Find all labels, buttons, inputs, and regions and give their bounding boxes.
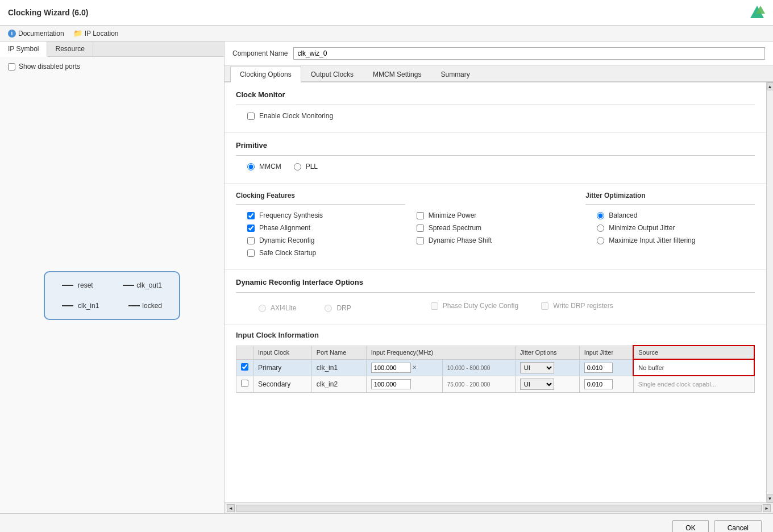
component-name-input[interactable]: clk_wiz_0 bbox=[293, 47, 765, 60]
write-drp-checkbox[interactable] bbox=[541, 302, 548, 310]
jitter-maximize-radio[interactable] bbox=[597, 237, 604, 244]
dynamic-reconfig-checkbox[interactable] bbox=[247, 237, 255, 244]
row1-clear-button[interactable]: ✕ bbox=[412, 364, 417, 371]
show-disabled-ports-row: Show disabled ports bbox=[8, 63, 216, 70]
ip-symbol-area: reset clk_in1 clk_out1 locke bbox=[0, 220, 224, 372]
minimize-power-checkbox[interactable] bbox=[417, 212, 424, 219]
row1-source-text: No buffer bbox=[638, 364, 664, 371]
port-label-clkin1: clk_in1 bbox=[78, 302, 99, 310]
phase-duty-cycle-checkbox[interactable] bbox=[431, 302, 438, 310]
scroll-up-button[interactable]: ▲ bbox=[767, 82, 774, 90]
row2-checkbox[interactable] bbox=[241, 380, 248, 387]
scroll-left-button[interactable]: ◄ bbox=[227, 504, 235, 512]
primitive-options-row: MMCM PLL bbox=[236, 163, 755, 171]
tab-output-clocks[interactable]: Output Clocks bbox=[301, 66, 363, 82]
dynamic-reconfig-interface-row: AXI4Lite DRP Phase Duty Cycle Config bbox=[236, 300, 755, 317]
enable-clock-monitoring-checkbox[interactable] bbox=[247, 113, 255, 120]
dynamic-phase-shift-checkbox[interactable] bbox=[417, 237, 424, 244]
jitter-maximize-row: Maximize Input Jitter filtering bbox=[585, 236, 755, 244]
phase-alignment-checkbox[interactable] bbox=[247, 225, 255, 232]
content-main[interactable]: Clock Monitor Enable Clock Monitoring Pr… bbox=[225, 82, 766, 502]
clock-monitor-section: Clock Monitor Enable Clock Monitoring bbox=[225, 82, 766, 133]
frequency-synthesis-row: Frequency Synthesis bbox=[236, 211, 405, 219]
row1-source-cell: No buffer bbox=[633, 359, 754, 376]
show-disabled-ports-checkbox[interactable] bbox=[8, 63, 15, 70]
primitive-pll-radio[interactable] bbox=[294, 163, 301, 171]
tab-mmcm-settings[interactable]: MMCM Settings bbox=[363, 66, 431, 82]
tab-resource[interactable]: Resource bbox=[47, 41, 93, 56]
row2-checkbox-cell bbox=[236, 376, 253, 392]
spread-spectrum-checkbox[interactable] bbox=[417, 225, 424, 232]
scroll-right-button[interactable]: ► bbox=[763, 504, 771, 512]
more-features-title: . bbox=[405, 192, 575, 200]
table-body: Primary clk_in1 ✕ 10.000 - 800.000 bbox=[236, 359, 755, 392]
horizontal-scrollbar[interactable] bbox=[236, 505, 762, 512]
dynamic-phase-shift-row: Dynamic Phase Shift bbox=[405, 236, 575, 244]
th-jitter-options: Jitter Options bbox=[515, 346, 579, 359]
port-line-clkin1 bbox=[62, 305, 73, 306]
dynamic-reconfig-interface-title: Dynamic Reconfig Interface Options bbox=[236, 278, 755, 286]
scroll-down-button[interactable]: ▼ bbox=[767, 494, 774, 502]
primitive-mmcm-radio[interactable] bbox=[247, 163, 255, 171]
dynamic-phase-shift-label: Dynamic Phase Shift bbox=[429, 236, 492, 244]
documentation-link[interactable]: i Documentation bbox=[8, 30, 64, 38]
jitter-balanced-radio[interactable] bbox=[597, 212, 604, 219]
cancel-button[interactable]: Cancel bbox=[714, 520, 762, 533]
row2-jitter-select[interactable]: UI PS bbox=[520, 379, 554, 390]
row1-checkbox[interactable] bbox=[241, 363, 248, 371]
component-name-label: Component Name bbox=[232, 49, 288, 57]
jitter-minimize-radio[interactable] bbox=[597, 225, 604, 232]
vertical-scrollbar[interactable]: ▲ ▼ bbox=[766, 82, 773, 502]
left-panel-content: Show disabled ports bbox=[0, 57, 224, 220]
app-title: Clocking Wizard (6.0) bbox=[8, 8, 88, 17]
clock-monitor-divider bbox=[236, 105, 755, 105]
right-panel: Component Name clk_wiz_0 Clocking Option… bbox=[225, 41, 773, 513]
jitter-divider bbox=[585, 204, 755, 205]
enable-clock-monitoring-row: Enable Clock Monitoring bbox=[236, 112, 755, 120]
jitter-optimization-col: Jitter Optimization Balanced Minimize Ou… bbox=[574, 192, 755, 261]
ip-right-ports: clk_out1 locked bbox=[120, 281, 162, 310]
row2-freq-range: 75.000 - 200.000 bbox=[442, 376, 515, 392]
spread-spectrum-row: Spread Spectrum bbox=[405, 224, 575, 232]
row1-jitter-select[interactable]: UI PS bbox=[520, 362, 554, 373]
info-icon: i bbox=[8, 30, 16, 38]
folder-icon: 📁 bbox=[73, 29, 82, 38]
ip-location-link[interactable]: 📁 IP Location bbox=[73, 29, 119, 38]
tab-summary[interactable]: Summary bbox=[431, 66, 479, 82]
app-logo bbox=[749, 5, 765, 20]
ok-button[interactable]: OK bbox=[672, 520, 708, 533]
jitter-maximize-label: Maximize Input Jitter filtering bbox=[609, 236, 695, 244]
ip-port-locked: locked bbox=[120, 302, 162, 310]
port-label-clkout1: clk_out1 bbox=[136, 281, 162, 289]
show-disabled-ports-label: Show disabled ports bbox=[19, 63, 80, 70]
row2-jitter-input[interactable] bbox=[584, 379, 613, 389]
frequency-synthesis-checkbox[interactable] bbox=[247, 212, 255, 219]
toolbar: i Documentation 📁 IP Location bbox=[0, 26, 773, 41]
drp-radio[interactable] bbox=[325, 305, 332, 312]
row1-jitter-input[interactable] bbox=[584, 363, 613, 373]
jitter-balanced-row: Balanced bbox=[585, 211, 755, 219]
ip-location-label: IP Location bbox=[85, 30, 119, 38]
row2-freq-input bbox=[371, 379, 438, 389]
row1-checkbox-cell bbox=[236, 359, 253, 376]
phase-duty-row: Phase Duty Cycle Config Write DRP regist… bbox=[419, 302, 613, 314]
tab-clocking-options[interactable]: Clocking Options bbox=[230, 66, 301, 82]
port-label-locked: locked bbox=[142, 302, 162, 310]
safe-clock-startup-checkbox[interactable] bbox=[247, 250, 255, 257]
ip-port-reset: reset bbox=[62, 281, 99, 289]
features-jitter-row: Clocking Features Frequency Synthesis Ph… bbox=[236, 192, 755, 261]
row1-freq-field[interactable] bbox=[371, 363, 411, 373]
tab-ip-symbol[interactable]: IP Symbol bbox=[0, 41, 47, 57]
jitter-balanced-label: Balanced bbox=[609, 211, 637, 219]
row2-input-jitter-cell bbox=[579, 376, 633, 392]
jitter-title: Jitter Optimization bbox=[585, 192, 755, 200]
axi4lite-radio[interactable] bbox=[259, 305, 266, 312]
safe-clock-startup-label: Safe Clock Startup bbox=[259, 249, 316, 257]
left-panel: IP Symbol Resource Show disabled ports r… bbox=[0, 41, 225, 513]
row2-freq-field[interactable] bbox=[371, 379, 411, 389]
main-layout: IP Symbol Resource Show disabled ports r… bbox=[0, 41, 773, 513]
phase-duty-cycle-row: Phase Duty Cycle Config bbox=[419, 302, 518, 310]
bottom-bar: OK Cancel bbox=[0, 513, 773, 532]
row1-freq-input: ✕ bbox=[371, 363, 438, 373]
table-header-row: Input Clock Port Name Input Frequency(MH… bbox=[236, 346, 755, 359]
